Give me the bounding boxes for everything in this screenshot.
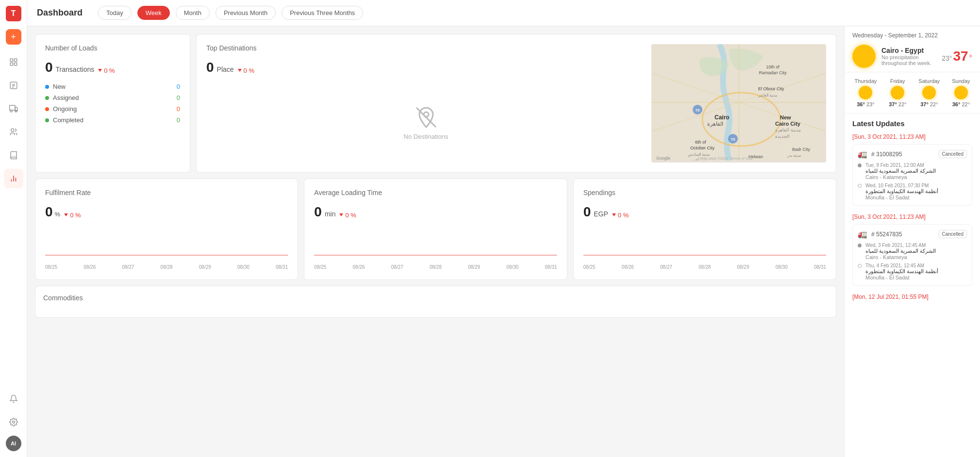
user-avatar[interactable]: AI [6,436,21,451]
notification-button[interactable] [4,389,23,408]
svg-text:75: 75 [731,137,735,142]
svg-text:New: New [780,114,791,120]
commodities-section: Commodities [35,286,836,318]
new-dot [45,85,49,89]
status-assigned: Assigned 0 [45,94,180,101]
new-count: 0 [177,83,180,90]
destinations-card: Top Destinations 0 Place 0 % [196,34,836,173]
svg-text:Cairo: Cairo [714,114,730,121]
spendings-unit: EGP [594,210,608,218]
fulfillment-metric: 0 % 0 % [45,204,288,220]
spendings-value: 0 [583,204,591,220]
weather-section: Wednesday - September 1, 2022 Cairo - Eg… [845,26,980,72]
forecast-temps-thu: 36° 23° [857,101,874,107]
sidebar-item-book[interactable] [4,146,23,165]
loads-card: Number of Loads 0 Transactions 0 % New [35,34,190,173]
update-row-1a: Tue, 9 Feb 2021, 12:00 AM الشركة المصرية… [858,163,967,180]
commodities-title: Commodities [43,294,828,302]
svg-text:6th of: 6th of [695,140,706,145]
topbar: Dashboard Today Week Month Previous Mont… [27,0,980,26]
loading-title: Average Loading Time [314,189,557,196]
weather-info: Cairo - Egypt No precipitation throughou… [881,47,936,66]
sidebar-item-dashboard[interactable] [4,52,23,72]
loading-unit: min [325,210,336,218]
svg-text:October City: October City [690,146,715,150]
add-button[interactable]: + [6,29,21,45]
no-dest-label: No Destinations [404,133,448,140]
main-area: Dashboard Today Week Month Previous Mont… [27,0,980,457]
update-timestamp-2: [Sun, 3 Oct 2021, 11:23 AM] [852,213,972,220]
svg-point-15 [12,421,15,424]
loading-chart [314,224,557,262]
svg-text:Cairo City: Cairo City [775,121,801,127]
cancelled-badge-1: Cancelled [939,150,967,158]
dot-1b [858,184,862,188]
filter-today[interactable]: Today [98,6,132,20]
sidebar-item-orders[interactable] [4,76,23,95]
status-completed-label: Completed [53,116,83,124]
no-destinations: No Destinations [206,83,646,163]
svg-rect-8 [9,105,15,110]
truck-icon-1: 🚛 [858,149,867,159]
svg-text:Map data ©2022  Terms of Use: Map data ©2022 Terms of Use [700,156,753,161]
destinations-value: 0 [206,60,214,75]
loads-change: 0 % [98,67,115,74]
sidebar-item-analytics[interactable] [4,169,23,188]
filter-prev-three[interactable]: Previous Three Months [282,6,363,20]
spendings-title: Spendings [583,189,826,196]
content-wrapper: Number of Loads 0 Transactions 0 % New [27,26,980,457]
loads-value: 0 [45,60,53,75]
map-container: 10th of Ramadan City El Obour City مدينة… [651,44,826,163]
sidebar-bottom: AI [4,389,23,451]
forecast-sun-sat [922,86,936,99]
spendings-card: Spendings 0 EGP 0 % [573,179,836,280]
svg-rect-0 [10,59,13,61]
svg-text:Badr City: Badr City [792,147,811,152]
weather-desc: No precipitation throughout the week. [881,54,936,66]
forecast-sun-sun [954,86,968,99]
settings-button[interactable] [4,412,23,432]
top-cards-row: Number of Loads 0 Transactions 0 % New [35,34,836,173]
update-detail-2: Wed, 3 Feb 2021, 12:45 AM الشركة المصرية… [858,243,967,280]
destinations-label: Place [217,65,234,73]
svg-text:الجديدة: الجديدة [775,134,790,139]
forecast-temps-sun: 36° 22° [952,101,970,107]
forecast-sun-thu [859,86,872,99]
destinations-change: 0 % [238,67,254,74]
forecast-friday: Friday 37° 22° [889,78,906,107]
fulfillment-unit: % [55,211,61,218]
app-logo[interactable]: T [6,6,21,21]
filter-month[interactable]: Month [176,6,210,20]
filter-prev-month[interactable]: Previous Month [216,6,276,20]
svg-point-9 [10,110,12,112]
cancelled-badge-2: Cancelled [939,230,967,238]
svg-rect-1 [14,59,17,61]
truck-icon-2: 🚛 [858,229,867,239]
filter-week[interactable]: Week [137,6,170,20]
sidebar-item-trucks[interactable] [4,99,23,118]
status-ongoing: Ongoing 0 [45,105,180,113]
ongoing-count: 0 [177,105,180,113]
fulfillment-title: Fulfilment Rate [45,189,288,196]
spendings-chart [583,224,826,262]
loading-metric: 0 min 0 % [314,204,557,220]
sidebar-item-users[interactable] [4,122,23,142]
dot-2a [858,244,862,247]
weather-forecast: Thursday 36° 23° Friday 37° 22° Saturday [845,72,980,114]
assigned-dot [45,96,49,100]
update-timestamp-1: [Sun, 3 Oct 2021, 11:23 AM] [852,133,972,140]
svg-rect-2 [10,63,13,65]
temp-low: 23° [942,54,952,62]
update-header-1: 🚛 # 31008295 Cancelled [858,149,967,159]
temp-high: 37 [953,49,968,64]
right-panel: Wednesday - September 1, 2022 Cairo - Eg… [844,26,980,457]
update-detail-1: Tue, 9 Feb 2021, 12:00 AM الشركة المصرية… [858,163,967,200]
weather-main: Cairo - Egypt No precipitation throughou… [852,45,972,68]
destinations-metric-row: 0 Place 0 % [206,60,646,75]
update-group-2: [Sun, 3 Oct 2021, 11:23 AM] 🚛 # 55247835… [852,213,972,286]
status-new: New 0 [45,83,180,90]
status-assigned-label: Assigned [53,94,79,101]
svg-text:75: 75 [696,108,700,113]
update-group-3: [Mon, 12 Jul 2021, 01:55 PM] [852,294,972,300]
fulfillment-value: 0 [45,204,53,220]
